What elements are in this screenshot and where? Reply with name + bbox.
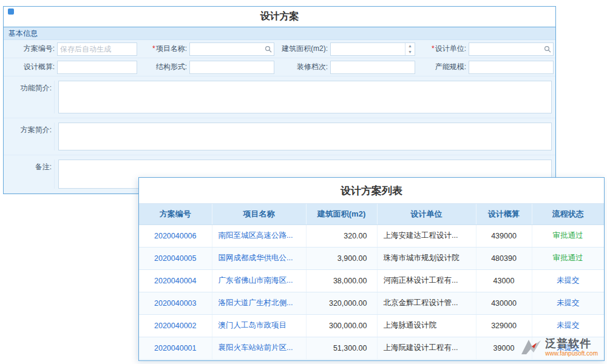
table-row: 2020040004 广东省佛山市南海区... 38,000.00 河南正林设计… xyxy=(139,269,604,292)
list-panel-title: 设计方案列表 xyxy=(341,184,402,198)
unit-cell: 珠海市城市规划设计院 xyxy=(377,247,476,269)
project-name-label: *项目名称: xyxy=(137,44,187,54)
area-cell: 51,300.00 xyxy=(306,337,377,359)
table-row: 2020040006 南阳至城区高速公路... 320.00 上海安建达工程设计… xyxy=(139,224,604,247)
budget-cell: 430000 xyxy=(476,292,532,314)
stepper-down-icon[interactable]: ▼ xyxy=(405,49,415,55)
project-name-link[interactable]: 洛阳大道广生村北侧... xyxy=(219,298,293,307)
table-row: 2020040005 国网成都成华供电公... 3,900.00 珠海市城市规划… xyxy=(139,247,604,269)
form-panel-title: 设计方案 xyxy=(260,10,299,23)
area-cell: 38,000.00 xyxy=(306,269,377,292)
plan-intro-textarea[interactable] xyxy=(58,123,552,150)
building-area-label: 建筑面积(m2): xyxy=(274,44,328,54)
plan-no-label: 方案编号: xyxy=(4,44,55,54)
table-header-row: 方案编号 项目名称 建筑面积(m2) 设计单位 设计概算 流程状态 xyxy=(139,204,604,224)
budget-cell: 43000 xyxy=(476,269,532,292)
plan-no-link[interactable]: 2020040005 xyxy=(154,254,197,263)
col-header-design-unit: 设计单位 xyxy=(377,204,476,224)
plan-no-link[interactable]: 2020040003 xyxy=(154,299,197,308)
design-plan-list-panel: 设计方案列表 方案编号 项目名称 建筑面积(m2) 设计单位 设计概算 流程状态… xyxy=(138,177,605,361)
unit-cell: 河南正林设计工程有... xyxy=(377,269,476,292)
design-plan-table: 方案编号 项目名称 建筑面积(m2) 设计单位 设计概算 流程状态 202004… xyxy=(139,204,604,360)
design-unit-label: *设计单位: xyxy=(415,44,466,54)
required-mark: * xyxy=(432,44,435,53)
col-header-project-name: 项目名称 xyxy=(212,204,306,224)
project-name-link[interactable]: 国网成都成华供电公... xyxy=(219,254,293,262)
area-cell: 3,900.00 xyxy=(306,247,377,269)
table-row: 2020040003 洛阳大道广生村北侧... 320,000.00 北京金辉工… xyxy=(139,292,604,314)
project-name-link[interactable]: 广东省佛山市南海区... xyxy=(219,276,293,285)
status-badge: 未提交 xyxy=(557,276,580,285)
form-row-plan-intro: 方案简介: xyxy=(4,118,555,155)
field-plan-no: 方案编号: xyxy=(4,40,137,58)
required-mark: * xyxy=(152,44,155,53)
budget-cell: 439000 xyxy=(476,224,532,247)
unit-cell: 上海脉通设计院 xyxy=(377,314,476,337)
design-plan-form-panel: 设计方案 基本信息 方案编号: *项目名称: 建筑面积(m2): ▲▼ xyxy=(3,6,556,194)
list-panel-header: 设计方案列表 xyxy=(139,178,604,204)
number-stepper[interactable]: ▲▼ xyxy=(405,43,415,55)
design-unit-input[interactable] xyxy=(469,42,554,56)
design-budget-label: 设计概算: xyxy=(4,62,55,72)
project-name-link[interactable]: 澳门人工岛市政项目 xyxy=(219,321,287,329)
project-name-link[interactable]: 南阳至城区高速公路... xyxy=(219,231,293,240)
budget-cell: 39000 xyxy=(476,337,532,359)
structure-form-input[interactable] xyxy=(189,61,274,74)
col-header-design-budget: 设计概算 xyxy=(476,204,532,224)
form-row-function-intro: 功能简介: xyxy=(4,76,555,118)
status-badge: 未提交 xyxy=(557,343,580,352)
col-header-building-area: 建筑面积(m2) xyxy=(306,204,377,224)
plan-no-link[interactable]: 2020040002 xyxy=(154,322,197,330)
status-badge: 审批通过 xyxy=(553,231,583,240)
search-icon[interactable] xyxy=(264,45,273,53)
capacity-scale-label: 产能规模: xyxy=(415,62,466,72)
col-header-plan-no: 方案编号 xyxy=(139,204,212,224)
field-design-unit: *设计单位: xyxy=(415,40,554,58)
app-icon xyxy=(8,8,14,15)
capacity-scale-input[interactable] xyxy=(469,61,554,74)
decoration-grade-input[interactable] xyxy=(330,61,415,74)
form-row-2: 设计概算: 结构形式: 装修档次: 产能规模: xyxy=(4,58,555,76)
plan-no-link[interactable]: 2020040004 xyxy=(154,277,197,285)
function-intro-textarea[interactable] xyxy=(58,81,552,113)
area-cell: 320.00 xyxy=(306,224,377,247)
plan-no-input[interactable] xyxy=(57,42,137,56)
field-project-name: *项目名称: xyxy=(137,40,274,58)
area-cell: 320,000.00 xyxy=(306,292,377,314)
building-area-input[interactable] xyxy=(330,42,415,56)
section-basic-info: 基本信息 xyxy=(4,27,555,40)
col-header-status: 流程状态 xyxy=(532,204,604,224)
design-budget-input[interactable] xyxy=(57,61,137,74)
table-row: 2020040001 襄阳火车站站前片区... 51,300.00 上海阮建设计… xyxy=(139,337,604,359)
form-row-1: 方案编号: *项目名称: 建筑面积(m2): ▲▼ *设计单位: xyxy=(4,40,555,58)
function-intro-label: 功能简介: xyxy=(4,81,55,113)
area-cell: 300,000.00 xyxy=(306,314,377,337)
unit-cell: 北京金辉工程设计管... xyxy=(377,292,476,314)
plan-no-link[interactable]: 2020040001 xyxy=(154,344,197,352)
unit-cell: 上海阮建设计工程有... xyxy=(377,337,476,359)
field-design-budget: 设计概算: xyxy=(4,58,137,76)
status-badge: 审批通过 xyxy=(553,254,583,262)
structure-form-label: 结构形式: xyxy=(137,62,187,72)
field-structure-form: 结构形式: xyxy=(137,58,274,76)
plan-no-link[interactable]: 2020040006 xyxy=(154,232,197,240)
remark-label: 备注: xyxy=(4,160,55,189)
budget-cell: 329000 xyxy=(476,314,532,337)
plan-intro-label: 方案简介: xyxy=(4,123,55,150)
status-badge: 未提交 xyxy=(557,298,580,307)
project-name-link[interactable]: 襄阳火车站站前片区... xyxy=(219,343,293,352)
search-icon[interactable] xyxy=(543,45,552,53)
budget-cell: 480390 xyxy=(476,247,532,269)
field-decoration-grade: 装修档次: xyxy=(274,58,415,76)
project-name-input[interactable] xyxy=(189,42,274,56)
status-badge: 未提交 xyxy=(557,321,580,329)
stepper-up-icon[interactable]: ▲ xyxy=(405,43,415,49)
decoration-grade-label: 装修档次: xyxy=(274,62,328,72)
table-row: 2020040002 澳门人工岛市政项目 300,000.00 上海脉通设计院 … xyxy=(139,314,604,337)
field-capacity-scale: 产能规模: xyxy=(415,58,554,76)
unit-cell: 上海安建达工程设计... xyxy=(377,224,476,247)
field-building-area: 建筑面积(m2): ▲▼ xyxy=(274,40,415,58)
form-panel-header: 设计方案 xyxy=(4,7,555,27)
